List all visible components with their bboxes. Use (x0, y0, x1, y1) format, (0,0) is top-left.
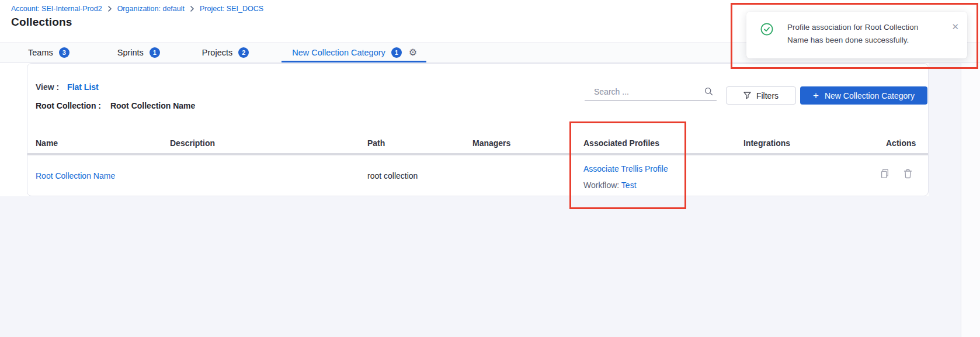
table-row-name-cell: Root Collection Name (36, 171, 115, 180)
tab-label: Projects (202, 48, 232, 57)
workflow-test-link[interactable]: Test (621, 180, 637, 190)
copy-icon[interactable] (880, 169, 889, 179)
funnel-icon (743, 92, 751, 99)
tab-new-collection-category[interactable]: New Collection Category 1 ⚙ (292, 43, 417, 62)
new-collection-category-button-label: New Collection Category (825, 91, 915, 100)
toast-message-line2: Name has been done successfully. (787, 34, 940, 47)
table-header-divider (27, 153, 928, 155)
filters-button-label: Filters (756, 91, 779, 100)
count-badge: 1 (391, 47, 402, 58)
table-row-associated-profiles-cell: Associate Trellis Profile (583, 164, 668, 173)
table-row-path-cell: root collection (367, 171, 418, 180)
search-icon[interactable] (704, 87, 713, 96)
table-row-actions-cell (880, 169, 912, 179)
tab-label: New Collection Category (292, 48, 385, 57)
breadcrumb: Account: SEI-Internal-Prod2 Organization… (11, 5, 263, 13)
column-header-path: Path (367, 138, 385, 148)
root-collection-row: Root Collection : Root Collection Name (36, 101, 195, 110)
flat-list-link[interactable]: Flat List (67, 82, 99, 92)
table-row-workflow-cell: Workflow: Test (583, 180, 637, 190)
right-panel-divider (961, 63, 961, 337)
tab-label: Sprints (117, 48, 144, 57)
chevron-right-icon (190, 6, 194, 12)
tab-teams[interactable]: Teams 3 (28, 43, 69, 62)
toast-message-line1: Profile association for Root Collection (787, 21, 940, 34)
breadcrumb-organization-link[interactable]: Organization: default (117, 5, 185, 13)
success-check-icon (760, 23, 773, 38)
view-label: View : (36, 82, 59, 92)
root-collection-value: Root Collection Name (110, 101, 195, 110)
success-toast: Profile association for Root Collection … (746, 12, 967, 58)
gear-icon[interactable]: ⚙ (409, 48, 417, 57)
right-panel-background (961, 63, 980, 337)
tab-sprints[interactable]: Sprints 1 (117, 43, 160, 62)
column-header-actions: Actions (886, 138, 916, 148)
count-badge: 2 (238, 47, 249, 58)
plus-icon: + (813, 91, 819, 100)
count-badge: 3 (59, 47, 69, 58)
search-box (585, 85, 717, 101)
view-row: View : Flat List (36, 82, 99, 92)
column-header-integrations: Integrations (743, 138, 790, 148)
filters-button[interactable]: Filters (726, 86, 796, 105)
collections-card: View : Flat List Root Collection : Root … (27, 63, 929, 196)
page-bottom-background (0, 196, 929, 337)
new-collection-category-button[interactable]: + New Collection Category (800, 86, 927, 105)
breadcrumb-account-link[interactable]: Account: SEI-Internal-Prod2 (11, 5, 102, 13)
count-badge: 1 (150, 47, 160, 58)
tab-projects[interactable]: Projects 2 (202, 43, 249, 62)
close-icon[interactable]: ✕ (951, 22, 959, 31)
associate-trellis-profile-link[interactable]: Associate Trellis Profile (583, 164, 668, 173)
column-header-associated-profiles: Associated Profiles (583, 138, 659, 148)
column-header-name: Name (36, 138, 58, 148)
chevron-right-icon (107, 6, 112, 12)
root-collection-label: Root Collection : (36, 101, 101, 110)
search-input[interactable] (585, 87, 704, 99)
workflow-label: Workflow: (583, 180, 619, 190)
right-gutter-background (929, 63, 961, 337)
collections-page: Account: SEI-Internal-Prod2 Organization… (0, 0, 980, 337)
collection-name-link[interactable]: Root Collection Name (36, 171, 115, 180)
delete-icon[interactable] (903, 169, 912, 179)
column-header-description: Description (170, 138, 215, 148)
column-header-managers: Managers (472, 138, 510, 148)
breadcrumb-project-link[interactable]: Project: SEI_DOCS (200, 5, 263, 13)
toast-message: Profile association for Root Collection … (787, 21, 940, 47)
page-title: Collections (11, 16, 72, 29)
tab-label: Teams (28, 48, 53, 57)
